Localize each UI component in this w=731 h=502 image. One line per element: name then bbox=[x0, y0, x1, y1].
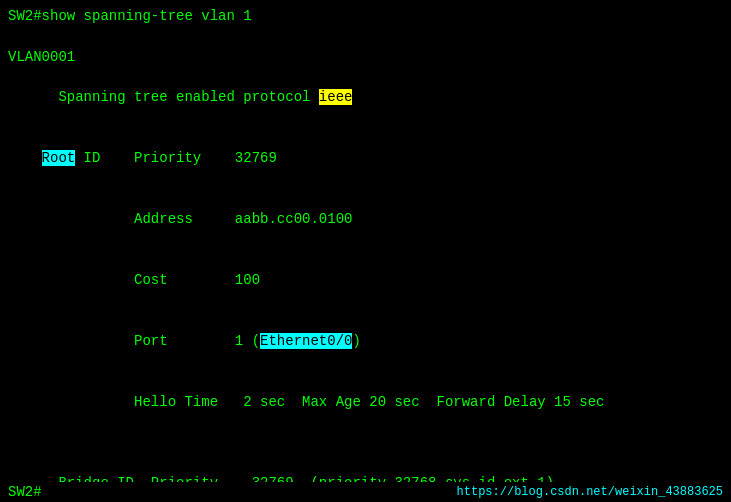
terminal: SW2#show spanning-tree vlan 1 VLAN0001 S… bbox=[0, 0, 731, 502]
root-port-line: Port 1 (Ethernet0/0) bbox=[8, 310, 723, 371]
root-address-line: Address aabb.cc00.0100 bbox=[8, 189, 723, 250]
port-highlight: Ethernet0/0 bbox=[260, 333, 352, 349]
url-text: https://blog.csdn.net/weixin_43883625 bbox=[457, 485, 723, 499]
bottom-prompt[interactable]: SW2# bbox=[8, 484, 42, 500]
root-cost-line: Cost 100 bbox=[8, 250, 723, 311]
spanning-tree-line: Spanning tree enabled protocol ieee bbox=[8, 67, 723, 128]
protocol-highlight: ieee bbox=[319, 89, 353, 105]
blank-line-2 bbox=[8, 432, 723, 452]
priority-label: Priority 32769 bbox=[134, 150, 277, 166]
vlan-label: VLAN0001 bbox=[8, 47, 723, 67]
root-hello-line: Hello Time 2 sec Max Age 20 sec Forward … bbox=[8, 371, 723, 432]
command-text: SW2#show spanning-tree vlan 1 bbox=[8, 8, 252, 24]
blank-line-1 bbox=[8, 26, 723, 46]
bottom-bar: SW2# https://blog.csdn.net/weixin_438836… bbox=[0, 482, 731, 502]
command-line: SW2#show spanning-tree vlan 1 bbox=[8, 6, 723, 26]
root-id-badge: Root bbox=[42, 150, 76, 166]
root-id-priority-line: Root ID Priority 32769 bbox=[8, 128, 723, 189]
